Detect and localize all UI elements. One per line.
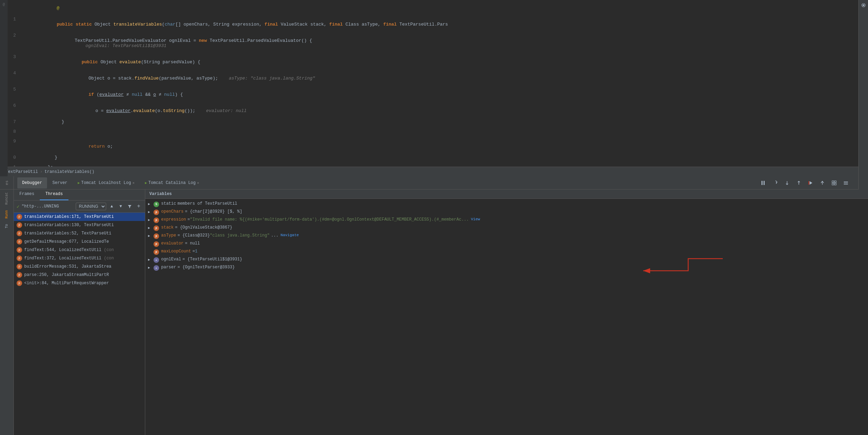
navigate-link[interactable]: Navigate <box>280 233 299 237</box>
var-item-maxloopcount[interactable]: ▶ p maxLoopCount = 1 <box>145 248 868 256</box>
var-item-parser[interactable]: ▶ = parser = {OgnlTextParser@3933} <box>145 264 868 272</box>
code-line: 5 if (evaluator ≠ null && o ≠ null) { <box>8 86 868 103</box>
line-number: 0 <box>8 155 20 160</box>
frame-item[interactable]: p <init>:84, MultiPartRequestWrapper <box>14 279 145 287</box>
var-value: = {char[2]@3928} [$, %] <box>185 209 242 214</box>
expand-icon: ▶ <box>148 234 154 238</box>
var-type-icon-eq: = <box>154 257 159 263</box>
frame-item[interactable]: p buildErrorMessage:531, JakartaStrea <box>14 262 145 271</box>
line-number: 3 <box>8 54 20 59</box>
frame-icon: p <box>17 256 22 261</box>
breadcrumb-bar: TextParseUtil › translateVariables() <box>0 167 868 176</box>
line-number: 9 <box>8 139 20 144</box>
breadcrumb-separator: › <box>40 169 43 174</box>
frame-item[interactable]: p findText:544, LocalizedTextUtil (con <box>14 246 145 254</box>
var-type-icon-p: p <box>154 218 159 223</box>
var-value-num: 1 <box>195 249 197 254</box>
expand-icon: ▶ <box>148 210 154 214</box>
var-item-evaluator[interactable]: ▶ p evaluator = null <box>145 240 868 248</box>
more-button[interactable] <box>841 178 851 188</box>
main-layout: @ @ 1 public static Object translateVari… <box>0 0 868 435</box>
var-type-icon-s: S <box>154 202 159 207</box>
line-number: 6 <box>8 103 20 108</box>
var-eq: = <box>187 217 190 222</box>
frames-panel: Frames Threads ✓ "http-...UNNING RUNNING… <box>14 189 145 435</box>
thread-filter-button[interactable] <box>126 203 133 210</box>
tab-debugger[interactable]: Debugger <box>17 177 47 188</box>
frame-icon: p <box>17 264 22 269</box>
variables-panel: Variables ▶ S static members of TextPars… <box>145 189 868 435</box>
frame-text: findText:372, LocalizedTextUtil (con <box>24 256 114 261</box>
var-value-string: "class java.lang.String" <box>210 233 270 238</box>
code-line: 3 public Object evaluate(String parsedVa… <box>8 54 868 70</box>
side-panel-label: es <box>0 176 14 189</box>
frame-text: translateVariables:52, TextParseUti <box>24 231 111 236</box>
line-number: 1 <box>8 17 20 22</box>
tab-close-icon[interactable]: ✕ <box>197 181 199 185</box>
tab-label: Tomcat Localhost Log <box>81 181 131 185</box>
tab-tomcat-catalina[interactable]: ▶ Tomcat Catalina Log ✕ <box>140 177 204 188</box>
frames-threads-tabs: Frames Threads <box>14 189 145 201</box>
var-value: "Invalid file name: %{(#nike='multipart/… <box>190 217 469 222</box>
line-number: 2 <box>8 33 20 38</box>
frame-text: parse:250, JakartaStreamMultiPartR <box>24 272 109 277</box>
var-item-stack[interactable]: ▶ p stack = {OgnlValueStack@3867} <box>145 224 868 232</box>
tab-close-icon[interactable]: ✕ <box>132 181 135 185</box>
var-value: = <box>192 249 195 254</box>
var-navigate-text: ... <box>271 233 279 238</box>
thread-add-button[interactable]: + <box>135 203 142 210</box>
grid-button[interactable] <box>829 178 839 188</box>
thread-down-button[interactable]: ▼ <box>117 203 124 210</box>
run-to-cursor-button[interactable] <box>806 178 815 188</box>
thread-up-button[interactable]: ▲ <box>108 203 115 210</box>
frame-item[interactable]: p findText:372, LocalizedTextUtil (con <box>14 254 145 262</box>
tomcat-label[interactable]: Runcat <box>5 192 9 205</box>
var-item-static[interactable]: ▶ S static members of TextParseUtil <box>145 200 868 208</box>
view-link[interactable]: View <box>471 217 480 221</box>
var-item-ognleval[interactable]: ▶ = ognlEval = {TextParseUtil$1@3931} <box>145 256 868 264</box>
var-name: openChars <box>161 209 184 214</box>
tab-frames[interactable]: Frames <box>14 189 40 200</box>
step-out-button[interactable] <box>794 178 804 188</box>
var-item-openchars[interactable]: ▶ p openChars = {char[2]@3928} [$, %] <box>145 208 868 216</box>
thread-dropdown[interactable]: RUNNING BLOCKED WAITING <box>76 203 106 210</box>
code-line: 7 } <box>8 119 868 129</box>
var-value: = {TextParseUtil$1@3931} <box>183 257 242 262</box>
var-item-expression[interactable]: ▶ p expression = "Invalid file name: %{(… <box>145 216 868 224</box>
run-button-label[interactable]: Runn <box>5 210 9 219</box>
line-content: } <box>27 119 868 124</box>
tab-server[interactable]: Server <box>48 177 72 188</box>
frame-text: translateVariables:171, TextParseUti <box>24 214 114 219</box>
annotation-text: @ <box>57 6 59 11</box>
to-label[interactable]: To <box>5 224 9 228</box>
line-number: 5 <box>8 87 20 92</box>
var-name: maxLoopCount <box>161 249 191 254</box>
es-label: es <box>5 181 9 185</box>
step-over-button[interactable] <box>770 178 780 188</box>
var-item-astype[interactable]: ▶ p asType = {Class@323} "class java.lan… <box>145 232 868 240</box>
expand-icon: ▶ <box>148 202 154 206</box>
frame-icon: p <box>17 214 22 220</box>
expand-icon: ▶ <box>148 258 154 262</box>
frame-item[interactable]: p getDefaultMessage:677, LocalizedTe <box>14 238 145 246</box>
line-number: 4 <box>8 71 20 76</box>
expand-icon: ▶ <box>148 266 154 270</box>
line-content: return o; <box>27 139 868 154</box>
var-name: static <box>161 201 176 206</box>
code-line: 0 } <box>8 155 868 164</box>
frame-item[interactable]: p translateVariables:130, TextParseUti <box>14 221 145 229</box>
evaluate-button[interactable] <box>818 178 827 188</box>
frame-item-selected[interactable]: p translateVariables:171, TextParseUti <box>14 213 145 221</box>
line-number: 1 <box>8 165 20 167</box>
frame-item[interactable]: p translateVariables:52, TextParseUti <box>14 229 145 238</box>
resume-button[interactable] <box>759 178 768 188</box>
line-content: TextParseUtil.ParsedValueEvaluator ognlE… <box>27 33 868 54</box>
tab-tomcat-localhost[interactable]: ▶ Tomcat Localhost Log ✕ <box>73 177 139 188</box>
frame-item[interactable]: p parse:250, JakartaStreamMultiPartR <box>14 271 145 279</box>
svg-rect-9 <box>844 183 848 183</box>
code-line: @ <box>8 0 868 16</box>
frame-text: findText:544, LocalizedTextUtil (con <box>24 248 114 252</box>
tab-threads[interactable]: Threads <box>40 189 68 200</box>
line-content: public Object evaluate(String parsedValu… <box>27 54 868 70</box>
step-into-button[interactable] <box>782 178 792 188</box>
